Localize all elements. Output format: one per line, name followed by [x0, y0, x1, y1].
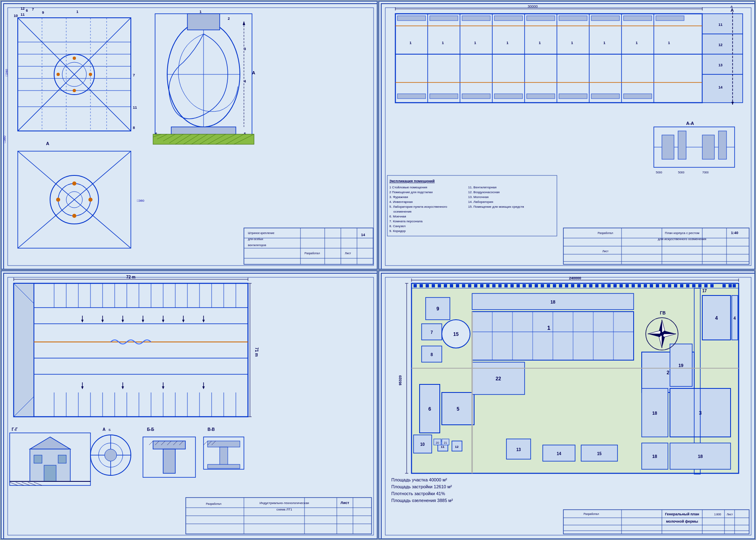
svg-text:Штриное крепление: Штриное крепление — [248, 232, 274, 235]
svg-rect-150 — [662, 135, 674, 159]
svg-rect-346 — [601, 284, 605, 287]
svg-text:8. Санузел: 8. Санузел — [389, 224, 405, 228]
svg-text:молочной фермы: молочной фермы — [666, 519, 698, 523]
svg-text:вентиляторов: вентиляторов — [248, 244, 266, 247]
svg-rect-354 — [650, 284, 653, 287]
svg-rect-107 — [527, 16, 555, 21]
svg-text:Индустриально-технологическая: Индустриально-технологическая — [260, 501, 309, 505]
svg-text:5000: 5000 — [678, 171, 685, 174]
svg-text:18: 18 — [698, 454, 703, 459]
svg-text:6: 6 — [428, 406, 431, 412]
svg-rect-350 — [626, 284, 629, 287]
svg-tl: □280 □360 10 9 1 6 7 12 11 А 8 11 7 — [2, 2, 378, 270]
svg-bl: 72 m 71 m Г-Г — [2, 271, 378, 539]
svg-rect-114 — [462, 94, 490, 99]
svg-text:1: 1 — [539, 41, 541, 45]
svg-text:1:40: 1:40 — [731, 231, 738, 235]
svg-rect-358 — [674, 284, 677, 287]
svg-text:7: 7 — [430, 330, 433, 335]
svg-text:4: 4 — [733, 316, 736, 321]
svg-text:6: 6 — [26, 8, 28, 13]
svg-text:1: 1 — [200, 10, 202, 14]
svg-text:схема ЛТ1: схема ЛТ1 — [276, 508, 292, 511]
svg-text:□360: □360 — [3, 135, 6, 143]
svg-text:14: 14 — [361, 233, 365, 237]
svg-text:10: 10 — [14, 14, 18, 18]
svg-rect-105 — [462, 16, 490, 21]
svg-text:1:800: 1:800 — [714, 513, 721, 516]
svg-rect-116 — [527, 94, 555, 99]
svg-rect-104 — [430, 16, 458, 21]
svg-text:12: 12 — [455, 445, 459, 449]
svg-text:1: 1 — [668, 41, 670, 45]
svg-text:11: 11 — [441, 445, 445, 449]
svg-text:18: 18 — [550, 300, 555, 304]
svg-text:71 m: 71 m — [254, 348, 259, 357]
svg-rect-332 — [517, 284, 520, 287]
svg-rect-355 — [656, 284, 659, 287]
svg-text:9: 9 — [42, 11, 44, 15]
svg-rect-334 — [529, 284, 532, 287]
svg-text:13. Молочная: 13. Молочная — [468, 195, 489, 199]
svg-text:11: 11 — [21, 13, 25, 17]
svg-rect-110 — [624, 16, 652, 21]
svg-text:9. Коридор: 9. Коридор — [389, 229, 406, 233]
svg-marker-146 — [731, 102, 734, 105]
svg-text:5: 5 — [457, 406, 460, 412]
svg-text:В-В: В-В — [208, 427, 215, 432]
svg-text:Лист: Лист — [345, 252, 351, 255]
svg-text:4: 4 — [244, 79, 246, 83]
svg-text:14: 14 — [718, 85, 722, 89]
svg-text:12. Воздухонасосная: 12. Воздухонасосная — [468, 190, 500, 194]
svg-rect-326 — [480, 284, 483, 287]
svg-text:А: А — [46, 141, 49, 146]
svg-text:2: 2 — [667, 370, 670, 375]
svg-point-280 — [105, 449, 117, 461]
svg-text:240000: 240000 — [569, 276, 581, 280]
svg-point-20 — [73, 89, 76, 92]
svg-text:20: 20 — [436, 441, 439, 444]
svg-rect-348 — [613, 284, 617, 287]
svg-rect-342 — [577, 284, 580, 287]
svg-rect-117 — [559, 94, 587, 99]
svg-text:8: 8 — [430, 352, 433, 357]
svg-rect-323 — [462, 284, 465, 287]
svg-text:Б-Б: Б-Б — [147, 427, 154, 432]
svg-text:1: 1 — [442, 41, 444, 45]
svg-text:□280: □280 — [5, 69, 8, 76]
svg-text:Г-Г: Г-Г — [12, 427, 18, 432]
svg-rect-112 — [397, 94, 426, 99]
svg-text:72 m: 72 m — [126, 275, 136, 279]
svg-point-75 — [88, 198, 92, 202]
panel-bottom-right: 240000 95320 1 2 — [378, 270, 755, 539]
svg-rect-341 — [571, 284, 574, 287]
svg-rect-345 — [595, 284, 598, 287]
svg-text:1: 1 — [474, 41, 476, 45]
svg-rect-318 — [432, 284, 435, 287]
svg-rect-51 — [153, 134, 254, 144]
svg-text:7000: 7000 — [702, 171, 709, 174]
svg-rect-320 — [444, 284, 447, 287]
svg-rect-327 — [486, 284, 489, 287]
svg-rect-113 — [430, 94, 458, 99]
svg-text:18: 18 — [652, 411, 657, 416]
svg-rect-265 — [34, 455, 42, 463]
svg-tr: 30000 1 1 1 1 1 1 1 1 1 11 12 13 14 А А — [379, 2, 755, 270]
svg-rect-321 — [450, 284, 453, 287]
svg-point-73 — [72, 214, 76, 218]
svg-rect-93 — [395, 14, 702, 103]
svg-text:1: 1 — [603, 41, 605, 45]
svg-text:2: 2 — [228, 17, 230, 21]
svg-rect-153 — [718, 131, 727, 159]
svg-text:30000: 30000 — [527, 4, 538, 8]
svg-rect-40 — [187, 14, 220, 30]
svg-text:1: 1 — [76, 10, 78, 14]
svg-text:Лист: Лист — [602, 250, 609, 253]
svg-rect-266 — [58, 455, 66, 463]
svg-text:Площадь участка 40000 м²: Площадь участка 40000 м² — [391, 477, 447, 482]
svg-text:Разработал: Разработал — [584, 513, 599, 516]
svg-text:2 Помещение для подстилки: 2 Помещение для подстилки — [389, 190, 433, 194]
svg-text:10: 10 — [420, 442, 425, 447]
svg-rect-336 — [541, 284, 544, 287]
svg-text:1: 1 — [506, 41, 508, 45]
